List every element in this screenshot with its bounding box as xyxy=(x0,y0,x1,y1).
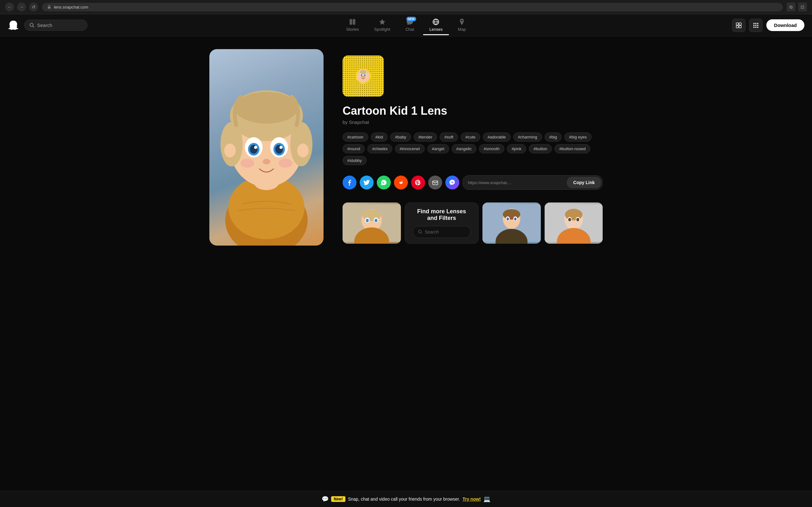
browser-controls: ← → ↺ xyxy=(5,3,38,11)
nav-lenses[interactable]: Lenses xyxy=(423,15,449,35)
lens-tag[interactable]: #cheeks xyxy=(367,144,392,153)
search-bar[interactable] xyxy=(24,20,88,31)
svg-point-15 xyxy=(757,23,758,24)
share-pinterest-button[interactable] xyxy=(411,176,425,189)
svg-rect-10 xyxy=(739,23,741,25)
content-row: Cartoon Kid 1 Lens by Snapchat #cartoon#… xyxy=(209,49,603,245)
svg-line-2 xyxy=(33,26,34,27)
lens-tag[interactable]: #pink xyxy=(507,144,526,153)
map-label: Map xyxy=(458,27,466,32)
lens-tag[interactable]: #cartoon xyxy=(343,132,368,142)
map-icon xyxy=(458,18,466,26)
thumbnail-3[interactable] xyxy=(483,203,541,244)
split-view-button[interactable]: ⊡ xyxy=(798,3,807,11)
lens-tag[interactable]: #big eyes xyxy=(564,132,592,142)
topnav: Stories Spotlight Chat NEW Lense xyxy=(0,14,812,37)
svg-point-8 xyxy=(461,20,463,21)
lens-tag[interactable]: #baby xyxy=(390,132,411,142)
laptop-icon: 💻 xyxy=(484,496,490,503)
lock-icon xyxy=(47,5,51,9)
try-now-link[interactable]: Try now! xyxy=(462,497,481,502)
svg-point-73 xyxy=(565,209,582,221)
svg-point-33 xyxy=(254,146,257,149)
twitter-icon xyxy=(363,179,370,186)
share-email-button[interactable] xyxy=(428,176,442,189)
grid-apps-button[interactable] xyxy=(749,19,763,32)
forward-button[interactable]: → xyxy=(17,3,26,11)
lens-tag[interactable]: #big xyxy=(545,132,562,142)
address-bar[interactable]: lens.snapchat.com xyxy=(42,3,783,11)
nav-stories[interactable]: Stories xyxy=(340,15,365,35)
svg-point-50 xyxy=(360,70,367,74)
preview-card xyxy=(209,49,323,245)
spotlight-icon xyxy=(378,18,386,26)
nav-spotlight[interactable]: Spotlight xyxy=(368,15,397,35)
lens-tag[interactable]: #charming xyxy=(513,132,542,142)
share-whatsapp-button[interactable] xyxy=(377,176,391,189)
svg-rect-4 xyxy=(353,19,355,25)
new-badge: New! xyxy=(331,496,345,502)
find-more-card: Find more Lenses and Filters xyxy=(405,203,479,244)
svg-point-20 xyxy=(755,26,757,28)
svg-point-13 xyxy=(753,23,755,24)
svg-rect-11 xyxy=(736,26,739,28)
svg-point-58 xyxy=(366,219,368,222)
facebook-icon xyxy=(346,179,353,186)
svg-point-14 xyxy=(755,23,757,24)
chat-new-badge: NEW xyxy=(406,17,416,21)
layout-icon-button[interactable] xyxy=(732,19,745,32)
lens-tag[interactable]: #button xyxy=(529,144,552,153)
find-more-input[interactable] xyxy=(425,229,465,234)
svg-rect-52 xyxy=(433,181,438,185)
nav-chat[interactable]: Chat NEW xyxy=(399,15,420,35)
layout-icon xyxy=(735,22,742,29)
qr-avatar-image xyxy=(357,68,370,83)
svg-line-62 xyxy=(420,233,421,233)
find-more-search[interactable] xyxy=(413,226,471,238)
download-button[interactable]: Download xyxy=(766,19,804,31)
svg-point-29 xyxy=(235,92,298,124)
lens-preview-image xyxy=(209,49,323,245)
thumbnail-4[interactable] xyxy=(545,203,603,244)
copy-link-button[interactable]: Copy Link xyxy=(567,177,601,188)
lens-tag[interactable]: #stubby xyxy=(343,156,367,165)
stories-icon xyxy=(349,18,356,26)
chat-label: Chat xyxy=(405,27,414,32)
lens-tag[interactable]: #button-nosed xyxy=(554,144,590,153)
nav-map[interactable]: Map xyxy=(452,15,472,35)
thumb-3-image xyxy=(483,203,541,244)
search-input[interactable] xyxy=(37,22,82,28)
lens-tag[interactable]: #tender xyxy=(414,132,437,142)
lens-tag[interactable]: #adorable xyxy=(483,132,511,142)
lens-tag[interactable]: #innocenet xyxy=(395,144,425,153)
share-reddit-button[interactable] xyxy=(394,176,408,189)
back-button[interactable]: ← xyxy=(5,3,14,11)
lens-tag[interactable]: #angel xyxy=(427,144,449,153)
lens-tag[interactable]: #soft xyxy=(440,132,458,142)
lens-tag[interactable]: #angelic xyxy=(452,144,476,153)
find-search-icon xyxy=(418,229,422,234)
chat-icon-banner: 💬 xyxy=(322,496,328,503)
browser-actions: ⧉ ⊡ xyxy=(786,3,807,11)
stories-label: Stories xyxy=(346,27,359,32)
share-messenger-button[interactable] xyxy=(445,176,459,189)
reload-button[interactable]: ↺ xyxy=(29,3,38,11)
share-facebook-button[interactable] xyxy=(343,176,357,189)
lens-tag[interactable]: #kid xyxy=(371,132,388,142)
share-twitter-button[interactable] xyxy=(360,176,374,189)
nav-right: Download xyxy=(732,19,804,32)
svg-rect-3 xyxy=(350,19,352,25)
sidebar-toggle-button[interactable]: ⧉ xyxy=(786,3,796,11)
link-box: https://www.snapchat.... Copy Link xyxy=(462,175,603,190)
thumbnail-1[interactable] xyxy=(343,203,401,244)
lens-tag[interactable]: #cute xyxy=(461,132,480,142)
snapchat-logo[interactable] xyxy=(8,20,19,31)
lens-tag[interactable]: #round xyxy=(343,144,365,153)
browser-chrome: ← → ↺ lens.snapchat.com ⧉ ⊡ xyxy=(0,0,812,14)
messenger-icon xyxy=(449,179,455,186)
svg-rect-0 xyxy=(48,7,51,9)
svg-point-18 xyxy=(757,25,758,26)
lens-tag[interactable]: #smooth xyxy=(479,144,504,153)
svg-point-38 xyxy=(263,159,270,164)
svg-point-77 xyxy=(576,218,579,221)
